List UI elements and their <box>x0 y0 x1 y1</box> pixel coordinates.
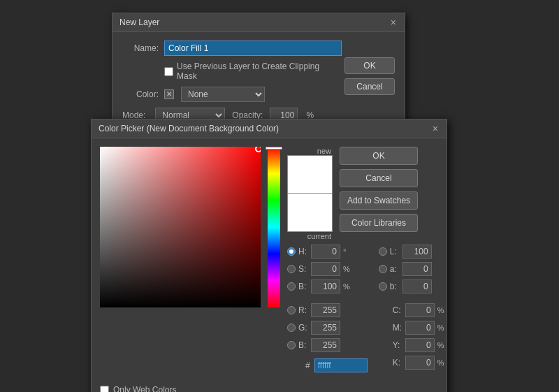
m-label: M: <box>393 323 402 333</box>
g-field-row: G: <box>287 321 368 335</box>
r-radio[interactable] <box>287 306 296 314</box>
spectrum-canvas-element[interactable] <box>100 147 261 307</box>
k-label: K: <box>393 358 402 368</box>
b2-input[interactable] <box>311 338 340 352</box>
y-field-row: Y: % <box>379 338 446 352</box>
color-select[interactable]: None Red Orange Yellow Green Blue Violet… <box>181 87 265 102</box>
color-x-icon: ✕ <box>164 89 174 99</box>
m-input[interactable] <box>405 321 435 335</box>
cp-cancel-button[interactable]: Cancel <box>340 169 418 187</box>
l-radio[interactable] <box>379 247 387 256</box>
s-unit: % <box>343 265 351 273</box>
s-input[interactable] <box>311 262 340 276</box>
cp-ok-button[interactable]: OK <box>340 147 418 165</box>
g-radio[interactable] <box>287 324 296 332</box>
cp-right-section: new current OK Cancel Add to Swatches C <box>287 147 446 372</box>
a-radio[interactable] <box>379 265 387 273</box>
hex-input[interactable] <box>314 358 368 372</box>
y-unit: % <box>437 341 446 349</box>
color-preview: new current <box>287 147 333 240</box>
color-picker-titlebar: Color Picker (New Document Background Co… <box>92 119 447 138</box>
r-field-row: R: <box>287 303 368 317</box>
b-input[interactable] <box>311 280 340 293</box>
hex-field-row: # <box>287 358 368 372</box>
b3-input[interactable] <box>402 280 432 293</box>
k-field-row: K: % <box>379 356 446 370</box>
new-layer-close-button[interactable]: × <box>389 17 398 27</box>
s-radio[interactable] <box>287 265 296 273</box>
preview-swatches <box>287 155 333 232</box>
clipping-mask-checkbox[interactable] <box>164 67 173 76</box>
c-input[interactable] <box>405 303 435 317</box>
k-unit: % <box>437 358 446 367</box>
b2-field-row: B: <box>287 338 368 352</box>
preview-current-label: current <box>307 232 331 240</box>
color-picker-close-button[interactable]: × <box>431 124 440 133</box>
hue-slider-container[interactable] <box>268 147 280 307</box>
h-radio[interactable] <box>287 247 296 256</box>
web-colors-row: Only Web Colors <box>92 381 447 392</box>
hue-slider[interactable] <box>268 147 280 307</box>
new-layer-cancel-button[interactable]: Cancel <box>344 78 395 95</box>
layer-name-input[interactable] <box>164 41 342 56</box>
cp-add-swatches-button[interactable]: Add to Swatches <box>340 191 418 210</box>
web-colors-checkbox[interactable] <box>100 386 109 393</box>
l-input[interactable] <box>402 245 432 259</box>
y-input[interactable] <box>405 338 435 352</box>
field-spacer <box>287 297 368 300</box>
clipping-mask-row: Use Previous Layer to Create Clipping Ma… <box>164 61 342 81</box>
color-picker-title: Color Picker (New Document Background Co… <box>99 124 279 133</box>
m-unit: % <box>437 324 446 332</box>
color-picker-buttons: OK Cancel Add to Swatches Color Librarie… <box>340 147 418 232</box>
g-input[interactable] <box>311 321 340 335</box>
c-field-row: C: % <box>379 303 446 317</box>
h-label: H: <box>298 247 308 256</box>
b-label: B: <box>298 282 308 291</box>
b3-radio[interactable] <box>379 282 387 291</box>
right-field-spacer <box>379 297 446 300</box>
s-label: S: <box>298 264 308 274</box>
y-label: Y: <box>393 340 402 350</box>
hash-label: # <box>305 361 310 370</box>
spectrum-canvas <box>100 147 261 307</box>
a-field-row: a: <box>379 262 446 276</box>
fields-section: H: ° S: % B: <box>287 245 446 372</box>
web-colors-label: Only Web Colors <box>113 385 176 392</box>
color-picker-body: new current OK Cancel Add to Swatches C <box>92 138 447 381</box>
c-label: C: <box>393 305 402 315</box>
new-layer-title: New Layer <box>119 17 159 27</box>
new-layer-dialog-buttons: OK Cancel <box>344 57 395 95</box>
g-label: G: <box>298 323 308 333</box>
k-input[interactable] <box>405 356 435 370</box>
color-row: Color: ✕ None Red Orange Yellow Green Bl… <box>122 87 342 102</box>
b-unit: % <box>343 282 351 291</box>
s-field-row: S: % <box>287 262 368 276</box>
cp-top: new current OK Cancel Add to Swatches C <box>287 147 446 240</box>
b-radio[interactable] <box>287 282 296 291</box>
left-fields: H: ° S: % B: <box>287 245 368 372</box>
right-fields: L: a: b: <box>379 245 446 372</box>
b3-label: b: <box>390 282 400 291</box>
b-field-row: B: % <box>287 280 368 293</box>
color-picker-dialog: Color Picker (New Document Background Co… <box>91 119 447 392</box>
h-input[interactable] <box>311 245 340 259</box>
l-field-row: L: <box>379 245 446 259</box>
preview-new-label: new <box>317 147 331 155</box>
h-field-row: H: ° <box>287 245 368 259</box>
new-layer-ok-button[interactable]: OK <box>344 57 395 74</box>
a-input[interactable] <box>402 262 432 276</box>
clipping-mask-label: Use Previous Layer to Create Clipping Ma… <box>177 61 342 81</box>
name-label: Name: <box>122 43 159 53</box>
new-layer-titlebar: New Layer × <box>112 13 405 32</box>
a-label: a: <box>390 264 400 274</box>
r-label: R: <box>298 305 308 315</box>
preview-current-swatch <box>287 194 333 232</box>
r-input[interactable] <box>311 303 340 317</box>
b2-radio[interactable] <box>287 341 296 349</box>
color-spectrum[interactable] <box>100 147 261 307</box>
b3-field-row: b: <box>379 280 446 293</box>
name-row: Name: <box>122 41 342 56</box>
l-label: L: <box>390 247 400 256</box>
color-label: Color: <box>122 89 159 99</box>
cp-color-libraries-button[interactable]: Color Libraries <box>340 214 418 232</box>
